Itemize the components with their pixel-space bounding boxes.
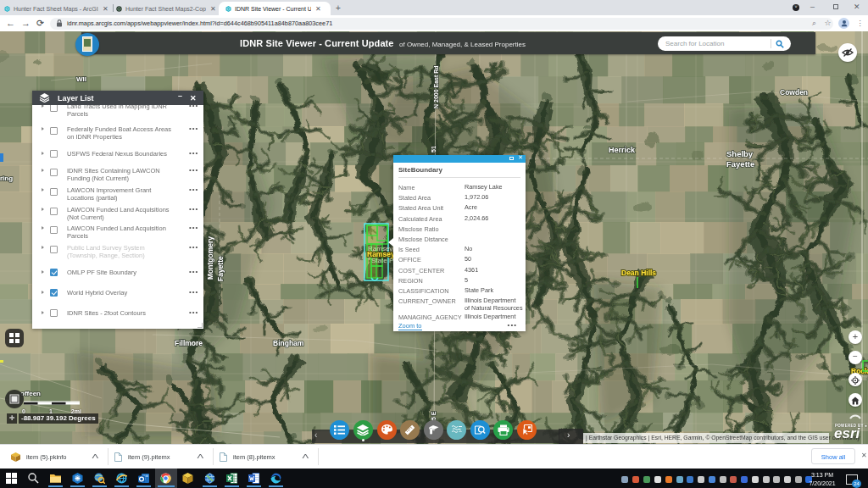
- svg-text:N 2000 East Rd: N 2000 East Rd: [433, 65, 439, 108]
- svg-text:Bingham: Bingham: [273, 339, 304, 347]
- svg-text:Fillmore: Fillmore: [175, 339, 203, 347]
- svg-text:Dean Hills: Dean Hills: [621, 269, 656, 277]
- svg-text:Fayette: Fayette: [726, 159, 754, 169]
- svg-text:Herrick: Herrick: [609, 146, 636, 154]
- svg-text:Wll: Wll: [76, 75, 86, 83]
- svg-text:Cowden: Cowden: [780, 88, 808, 97]
- svg-text:51: 51: [431, 146, 437, 152]
- svg-text:Fayette: Fayette: [216, 256, 225, 281]
- svg-text:Montgomery: Montgomery: [206, 236, 214, 280]
- svg-text:State P: State P: [371, 257, 393, 264]
- svg-text:ring: ring: [0, 175, 13, 182]
- svg-text:Shelby: Shelby: [726, 149, 754, 158]
